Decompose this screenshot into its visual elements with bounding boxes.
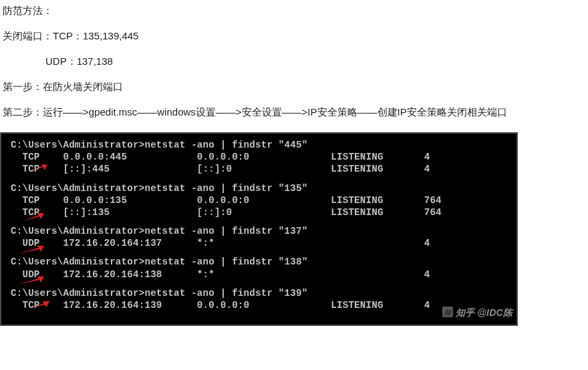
netstat-block-139: C:\Users\Administrator>netstat -ano | fi… [1, 287, 517, 311]
netstat-block-135: C:\Users\Administrator>netstat -ano | fi… [1, 182, 517, 219]
paragraph-step-2: 第二步：运行——>gpedit.msc——windows设置——>安全设置——>… [0, 104, 588, 120]
terminal-line: UDP 172.16.20.164:137 *:* 4 [11, 237, 517, 249]
terminal-line: TCP 0.0.0.0:445 0.0.0.0:0 LISTENING 4 [11, 151, 517, 163]
terminal-line: TCP 0.0.0.0:135 0.0.0.0:0 LISTENING 764 [11, 194, 517, 206]
paragraph-step-1: 第一步：在防火墙关闭端口 [0, 79, 588, 95]
terminal-line: C:\Users\Administrator>netstat -ano | fi… [11, 182, 517, 194]
netstat-block-138: C:\Users\Administrator>netstat -ano | fi… [1, 256, 517, 280]
terminal-line: C:\Users\Administrator>netstat -ano | fi… [11, 287, 517, 299]
terminal-line: C:\Users\Administrator>netstat -ano | fi… [11, 139, 517, 151]
annotation-arrow-icon [16, 276, 44, 285]
paragraph-prevention-method: 防范方法： [0, 3, 588, 19]
annotation-arrow-icon [30, 164, 47, 172]
netstat-block-445: C:\Users\Administrator>netstat -ano | fi… [1, 139, 517, 176]
paragraph-close-ports-udp: UDP：137,138 [0, 53, 588, 69]
terminal-line: C:\Users\Administrator>netstat -ano | fi… [11, 256, 517, 268]
terminal-output: C:\Users\Administrator>netstat -ano | fi… [0, 132, 518, 326]
terminal-line: UDP 172.16.20.164:138 *:* 4 [11, 268, 517, 281]
annotation-arrow-icon [29, 300, 49, 309]
terminal-line: TCP 172.16.20.164:139 0.0.0.0:0 LISTENIN… [11, 299, 517, 311]
annotation-arrow-icon [21, 212, 44, 222]
netstat-block-137: C:\Users\Administrator>netstat -ano | fi… [1, 225, 517, 249]
terminal-line: TCP [::]:445 [::]:0 LISTENING 4 [11, 163, 517, 175]
terminal-line: TCP [::]:135 [::]:0 LISTENING 764 [11, 206, 517, 218]
annotation-arrow-icon [16, 245, 44, 254]
terminal-line: C:\Users\Administrator>netstat -ano | fi… [11, 225, 517, 237]
paragraph-close-ports-tcp: 关闭端口：TCP：135,139,445 [0, 28, 588, 44]
